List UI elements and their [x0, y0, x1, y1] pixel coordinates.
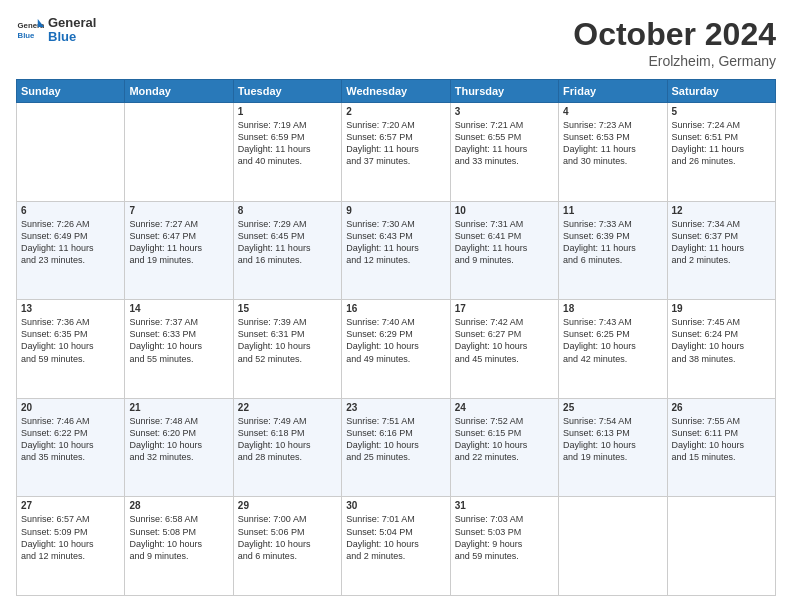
calendar-cell: 10Sunrise: 7:31 AMSunset: 6:41 PMDayligh… — [450, 201, 558, 300]
weekday-header-thursday: Thursday — [450, 80, 558, 103]
cell-info: Sunrise: 7:52 AMSunset: 6:15 PMDaylight:… — [455, 415, 554, 464]
calendar-cell: 7Sunrise: 7:27 AMSunset: 6:47 PMDaylight… — [125, 201, 233, 300]
day-number: 4 — [563, 106, 662, 117]
calendar-row: 6Sunrise: 7:26 AMSunset: 6:49 PMDaylight… — [17, 201, 776, 300]
day-number: 5 — [672, 106, 771, 117]
cell-info: Sunrise: 7:33 AMSunset: 6:39 PMDaylight:… — [563, 218, 662, 267]
weekday-header-wednesday: Wednesday — [342, 80, 450, 103]
day-number: 15 — [238, 303, 337, 314]
cell-info: Sunrise: 7:19 AMSunset: 6:59 PMDaylight:… — [238, 119, 337, 168]
day-number: 13 — [21, 303, 120, 314]
day-number: 25 — [563, 402, 662, 413]
calendar-cell: 9Sunrise: 7:30 AMSunset: 6:43 PMDaylight… — [342, 201, 450, 300]
calendar-cell: 16Sunrise: 7:40 AMSunset: 6:29 PMDayligh… — [342, 300, 450, 399]
calendar-cell: 27Sunrise: 6:57 AMSunset: 5:09 PMDayligh… — [17, 497, 125, 596]
cell-info: Sunrise: 7:36 AMSunset: 6:35 PMDaylight:… — [21, 316, 120, 365]
day-number: 22 — [238, 402, 337, 413]
calendar-cell: 12Sunrise: 7:34 AMSunset: 6:37 PMDayligh… — [667, 201, 775, 300]
day-number: 2 — [346, 106, 445, 117]
cell-info: Sunrise: 7:45 AMSunset: 6:24 PMDaylight:… — [672, 316, 771, 365]
cell-info: Sunrise: 7:29 AMSunset: 6:45 PMDaylight:… — [238, 218, 337, 267]
cell-info: Sunrise: 7:39 AMSunset: 6:31 PMDaylight:… — [238, 316, 337, 365]
day-number: 23 — [346, 402, 445, 413]
day-number: 11 — [563, 205, 662, 216]
cell-info: Sunrise: 7:00 AMSunset: 5:06 PMDaylight:… — [238, 513, 337, 562]
calendar-cell: 8Sunrise: 7:29 AMSunset: 6:45 PMDaylight… — [233, 201, 341, 300]
cell-info: Sunrise: 7:54 AMSunset: 6:13 PMDaylight:… — [563, 415, 662, 464]
cell-info: Sunrise: 7:30 AMSunset: 6:43 PMDaylight:… — [346, 218, 445, 267]
calendar-cell: 14Sunrise: 7:37 AMSunset: 6:33 PMDayligh… — [125, 300, 233, 399]
day-number: 20 — [21, 402, 120, 413]
cell-info: Sunrise: 7:48 AMSunset: 6:20 PMDaylight:… — [129, 415, 228, 464]
day-number: 12 — [672, 205, 771, 216]
cell-info: Sunrise: 7:31 AMSunset: 6:41 PMDaylight:… — [455, 218, 554, 267]
calendar-cell: 25Sunrise: 7:54 AMSunset: 6:13 PMDayligh… — [559, 398, 667, 497]
day-number: 1 — [238, 106, 337, 117]
svg-text:Blue: Blue — [18, 31, 36, 40]
weekday-header-friday: Friday — [559, 80, 667, 103]
calendar-row: 1Sunrise: 7:19 AMSunset: 6:59 PMDaylight… — [17, 103, 776, 202]
cell-info: Sunrise: 7:34 AMSunset: 6:37 PMDaylight:… — [672, 218, 771, 267]
calendar-cell — [125, 103, 233, 202]
calendar-cell: 18Sunrise: 7:43 AMSunset: 6:25 PMDayligh… — [559, 300, 667, 399]
calendar-cell: 6Sunrise: 7:26 AMSunset: 6:49 PMDaylight… — [17, 201, 125, 300]
cell-info: Sunrise: 7:24 AMSunset: 6:51 PMDaylight:… — [672, 119, 771, 168]
weekday-header-monday: Monday — [125, 80, 233, 103]
day-number: 28 — [129, 500, 228, 511]
weekday-header-saturday: Saturday — [667, 80, 775, 103]
calendar-cell: 19Sunrise: 7:45 AMSunset: 6:24 PMDayligh… — [667, 300, 775, 399]
calendar-row: 20Sunrise: 7:46 AMSunset: 6:22 PMDayligh… — [17, 398, 776, 497]
calendar: SundayMondayTuesdayWednesdayThursdayFrid… — [16, 79, 776, 596]
cell-info: Sunrise: 7:20 AMSunset: 6:57 PMDaylight:… — [346, 119, 445, 168]
cell-info: Sunrise: 7:21 AMSunset: 6:55 PMDaylight:… — [455, 119, 554, 168]
cell-info: Sunrise: 7:27 AMSunset: 6:47 PMDaylight:… — [129, 218, 228, 267]
day-number: 26 — [672, 402, 771, 413]
day-number: 24 — [455, 402, 554, 413]
day-number: 30 — [346, 500, 445, 511]
calendar-cell: 3Sunrise: 7:21 AMSunset: 6:55 PMDaylight… — [450, 103, 558, 202]
day-number: 29 — [238, 500, 337, 511]
cell-info: Sunrise: 6:58 AMSunset: 5:08 PMDaylight:… — [129, 513, 228, 562]
day-number: 16 — [346, 303, 445, 314]
calendar-cell: 4Sunrise: 7:23 AMSunset: 6:53 PMDaylight… — [559, 103, 667, 202]
calendar-cell: 26Sunrise: 7:55 AMSunset: 6:11 PMDayligh… — [667, 398, 775, 497]
title-block: October 2024 Erolzheim, Germany — [573, 16, 776, 69]
calendar-cell: 29Sunrise: 7:00 AMSunset: 5:06 PMDayligh… — [233, 497, 341, 596]
logo-blue: Blue — [48, 30, 96, 44]
cell-info: Sunrise: 7:40 AMSunset: 6:29 PMDaylight:… — [346, 316, 445, 365]
cell-info: Sunrise: 7:46 AMSunset: 6:22 PMDaylight:… — [21, 415, 120, 464]
day-number: 14 — [129, 303, 228, 314]
calendar-row: 13Sunrise: 7:36 AMSunset: 6:35 PMDayligh… — [17, 300, 776, 399]
calendar-header-row: SundayMondayTuesdayWednesdayThursdayFrid… — [17, 80, 776, 103]
day-number: 10 — [455, 205, 554, 216]
calendar-cell: 21Sunrise: 7:48 AMSunset: 6:20 PMDayligh… — [125, 398, 233, 497]
logo-general: General — [48, 16, 96, 30]
logo: General Blue General Blue — [16, 16, 96, 45]
cell-info: Sunrise: 7:49 AMSunset: 6:18 PMDaylight:… — [238, 415, 337, 464]
calendar-cell — [559, 497, 667, 596]
calendar-cell: 17Sunrise: 7:42 AMSunset: 6:27 PMDayligh… — [450, 300, 558, 399]
calendar-cell: 24Sunrise: 7:52 AMSunset: 6:15 PMDayligh… — [450, 398, 558, 497]
calendar-cell: 23Sunrise: 7:51 AMSunset: 6:16 PMDayligh… — [342, 398, 450, 497]
location: Erolzheim, Germany — [573, 53, 776, 69]
logo-icon: General Blue — [16, 16, 44, 44]
month-title: October 2024 — [573, 16, 776, 53]
cell-info: Sunrise: 7:55 AMSunset: 6:11 PMDaylight:… — [672, 415, 771, 464]
day-number: 8 — [238, 205, 337, 216]
day-number: 21 — [129, 402, 228, 413]
calendar-cell: 15Sunrise: 7:39 AMSunset: 6:31 PMDayligh… — [233, 300, 341, 399]
calendar-cell — [667, 497, 775, 596]
calendar-row: 27Sunrise: 6:57 AMSunset: 5:09 PMDayligh… — [17, 497, 776, 596]
day-number: 7 — [129, 205, 228, 216]
cell-info: Sunrise: 6:57 AMSunset: 5:09 PMDaylight:… — [21, 513, 120, 562]
cell-info: Sunrise: 7:43 AMSunset: 6:25 PMDaylight:… — [563, 316, 662, 365]
day-number: 9 — [346, 205, 445, 216]
calendar-cell: 20Sunrise: 7:46 AMSunset: 6:22 PMDayligh… — [17, 398, 125, 497]
calendar-cell: 1Sunrise: 7:19 AMSunset: 6:59 PMDaylight… — [233, 103, 341, 202]
cell-info: Sunrise: 7:42 AMSunset: 6:27 PMDaylight:… — [455, 316, 554, 365]
cell-info: Sunrise: 7:37 AMSunset: 6:33 PMDaylight:… — [129, 316, 228, 365]
cell-info: Sunrise: 7:23 AMSunset: 6:53 PMDaylight:… — [563, 119, 662, 168]
day-number: 27 — [21, 500, 120, 511]
day-number: 18 — [563, 303, 662, 314]
calendar-body: 1Sunrise: 7:19 AMSunset: 6:59 PMDaylight… — [17, 103, 776, 596]
